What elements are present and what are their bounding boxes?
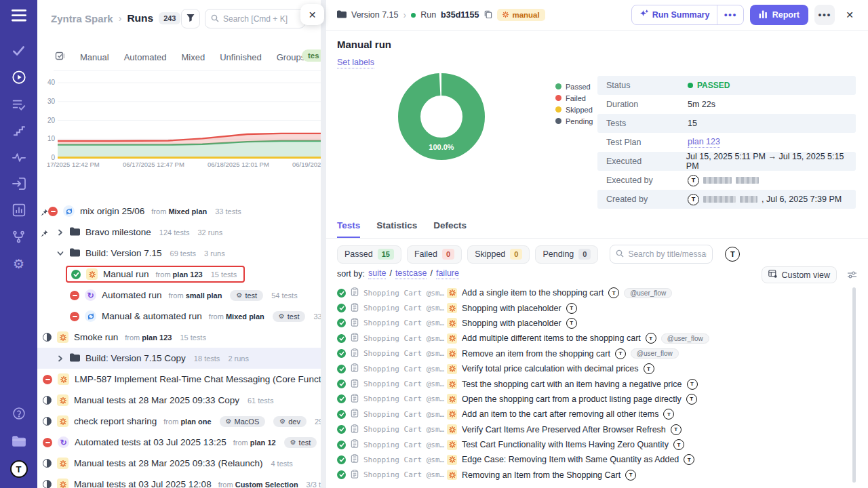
tab-statistics[interactable]: Statistics: [376, 220, 417, 238]
assignee-avatar[interactable]: T: [625, 470, 636, 481]
filter-button[interactable]: [181, 9, 200, 28]
run-title[interactable]: check report sharing: [74, 416, 157, 426]
test-title[interactable]: Verify total price calculation with deci…: [462, 364, 639, 373]
run-summary-more-button[interactable]: ●●●: [717, 5, 743, 24]
run-title[interactable]: Automated run: [102, 290, 162, 300]
test-title[interactable]: Open the shopping cart from a product li…: [462, 394, 682, 404]
tag-filter-badge[interactable]: tes: [302, 49, 321, 62]
assignee-avatar[interactable]: T: [615, 348, 626, 359]
test-title[interactable]: Add an item to the cart after removing a…: [462, 409, 658, 419]
run-title[interactable]: Build: Version 7.15: [85, 248, 162, 258]
tab-defects[interactable]: Defects: [433, 220, 467, 238]
runs-tab-groups[interactable]: Groups: [277, 52, 306, 62]
test-title[interactable]: Add multiple different items to the shop…: [462, 333, 641, 343]
sidebar-help-icon[interactable]: [0, 402, 37, 425]
run-group-row[interactable]: Bravo milestone124 tests32 runs: [37, 222, 321, 243]
run-title[interactable]: mix origin 25/06: [80, 206, 144, 216]
assignee-avatar[interactable]: T: [687, 379, 698, 390]
test-title[interactable]: Add a single item to the shopping cart: [462, 288, 604, 298]
more-actions-button[interactable]: ●●●: [814, 5, 835, 25]
runs-tab-automated[interactable]: Automated: [124, 52, 167, 62]
assignee-avatar[interactable]: T: [671, 424, 682, 435]
sidebar-list-check-icon[interactable]: [0, 93, 37, 116]
test-row[interactable]: Shopping Cart @sm…Verify Cart Items Are …: [337, 422, 848, 437]
test-title[interactable]: Test the shopping cart with an item havi…: [462, 380, 682, 389]
runs-search-input[interactable]: [223, 14, 299, 24]
tab-tests[interactable]: Tests: [337, 220, 360, 238]
view-settings-icon[interactable]: [847, 270, 857, 282]
sidebar-folder-icon[interactable]: [0, 430, 37, 453]
runs-tab-unfinished[interactable]: Unfinished: [220, 52, 261, 62]
test-row[interactable]: Shopping Cart @sm…Add an item to the car…: [337, 407, 848, 422]
run-title[interactable]: Manual run: [103, 269, 149, 279]
assignee-avatar[interactable]: T: [646, 333, 656, 344]
run-row[interactable]: ↻Automated runfrom small plan⚙test54 tes…: [37, 285, 321, 306]
assignee-avatar[interactable]: T: [566, 303, 577, 314]
test-row[interactable]: Shopping Cart @sm…Edge Case: Removing It…: [337, 452, 848, 467]
assignee-avatar[interactable]: T: [608, 287, 619, 298]
filter-chip-pending[interactable]: Pending0: [535, 245, 598, 264]
close-panel-button[interactable]: ✕: [300, 4, 324, 25]
assignee-avatar[interactable]: T: [673, 439, 684, 450]
sidebar-play-circle-icon[interactable]: [0, 66, 37, 89]
test-title[interactable]: Shopping with placeholder: [462, 304, 561, 313]
run-title[interactable]: Smoke run: [74, 332, 118, 342]
test-plan-link[interactable]: plan 123: [688, 137, 720, 148]
test-title[interactable]: Removing an Item from the Shopping Cart: [462, 470, 620, 480]
copy-icon[interactable]: [484, 9, 492, 20]
run-row[interactable]: ↻Automated tests at 03 Jul 2025 13:25fro…: [37, 432, 321, 453]
run-title[interactable]: Manual & automated run: [102, 311, 202, 321]
sidebar-user-avatar[interactable]: T: [0, 458, 37, 481]
run-row[interactable]: mix origin 25/06from Mixed plan33 tests: [37, 201, 321, 222]
run-row[interactable]: check report sharingfrom plan one⚙MacOS⚙…: [37, 411, 321, 432]
test-title[interactable]: Test Cart Functionality with Items Havin…: [462, 440, 669, 449]
select-runs-icon[interactable]: [55, 51, 65, 64]
sidebar-branch-icon[interactable]: [0, 225, 37, 248]
run-row[interactable]: Manual tests at 28 Mar 2025 09:33 Copy61…: [37, 390, 321, 411]
run-folder-name[interactable]: Version 7.15: [351, 10, 399, 20]
filter-chip-failed[interactable]: Failed0: [407, 245, 462, 264]
test-title[interactable]: Verify Cart Items Are Preserved After Br…: [462, 425, 666, 434]
filter-chip-passed[interactable]: Passed15: [337, 245, 401, 264]
assignee-avatar[interactable]: T: [686, 394, 697, 405]
test-row[interactable]: Shopping Cart @sm…Open the shopping cart…: [337, 392, 848, 407]
test-row[interactable]: Shopping Cart @sm…Removing an Item from …: [337, 468, 848, 483]
run-title[interactable]: Manual tests at 03 Jul 2025 12:08: [74, 479, 212, 488]
custom-view-button[interactable]: Custom view: [762, 266, 837, 283]
assignee-avatar[interactable]: T: [566, 318, 577, 329]
chevron-down-icon[interactable]: [56, 251, 64, 256]
sort-link-testcase[interactable]: testcase: [395, 268, 427, 279]
tests-scrollbar[interactable]: [852, 287, 856, 483]
sidebar-enter-icon[interactable]: [0, 172, 37, 195]
test-row[interactable]: Shopping Cart @sm…Remove an item from th…: [337, 346, 848, 361]
set-labels-link[interactable]: Set labels: [337, 58, 374, 68]
project-name[interactable]: Zyntra Spark: [51, 13, 113, 24]
run-row[interactable]: Manual tests at 03 Jul 2025 12:08from Cu…: [37, 474, 321, 488]
report-button[interactable]: Report: [750, 5, 808, 25]
run-group-row[interactable]: Build: Version 7.1569 tests3 runs: [37, 243, 321, 264]
close-detail-button[interactable]: ✕: [841, 6, 859, 24]
chevron-right-icon[interactable]: [56, 355, 64, 362]
sidebar-check-icon[interactable]: [0, 39, 37, 62]
sidebar-menu-icon[interactable]: [0, 4, 37, 27]
sidebar-activity-icon[interactable]: [0, 146, 37, 169]
tests-search-input[interactable]: [628, 249, 707, 259]
test-row[interactable]: Shopping Cart @sm…Add multiple different…: [337, 331, 848, 346]
run-title[interactable]: LMP-587 Implement Real-Time Chat Messagi…: [75, 374, 321, 384]
assignee-avatar[interactable]: T: [684, 454, 694, 465]
sort-link-suite[interactable]: suite: [368, 268, 386, 279]
run-title[interactable]: Build: Version 7.15 Copy: [85, 353, 186, 363]
test-row[interactable]: Shopping Cart @sm…Test the shopping cart…: [337, 376, 848, 391]
run-title[interactable]: Manual tests at 28 Mar 2025 09:33 Copy: [74, 395, 239, 405]
run-row[interactable]: Manual & automated runfrom Mixed plan⚙te…: [37, 306, 321, 327]
runs-tab-mixed[interactable]: Mixed: [182, 52, 205, 62]
chevron-right-icon[interactable]: [56, 229, 64, 236]
assignee-avatar[interactable]: T: [644, 363, 654, 374]
assignee-avatar[interactable]: T: [663, 409, 674, 420]
run-row[interactable]: Manual runfrom plan 12315 tests: [37, 264, 321, 285]
test-row[interactable]: Shopping Cart @sm…Shopping with placehol…: [337, 300, 848, 315]
test-row[interactable]: Shopping Cart @sm…Shopping with placehol…: [337, 316, 848, 331]
test-title[interactable]: Remove an item from the shopping cart: [462, 349, 610, 359]
run-title[interactable]: Automated tests at 03 Jul 2025 13:25: [75, 437, 226, 447]
sidebar-steps-icon[interactable]: [0, 119, 37, 142]
